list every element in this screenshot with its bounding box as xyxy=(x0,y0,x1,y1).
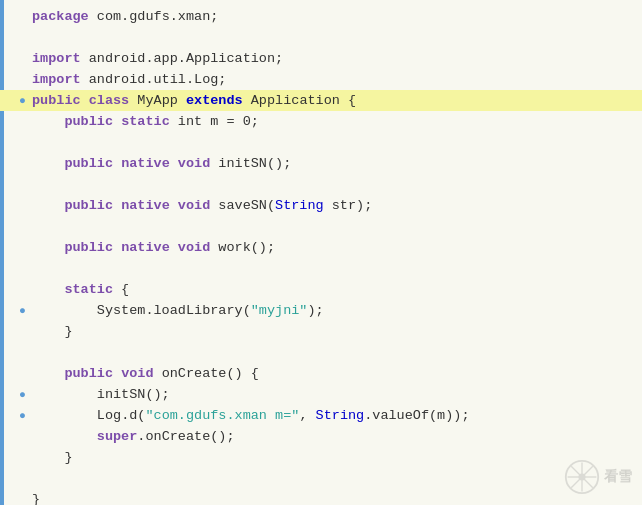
code-line xyxy=(0,258,642,279)
line-content: public native void initSN(); xyxy=(32,156,642,171)
line-content: } xyxy=(32,324,642,339)
code-line xyxy=(0,342,642,363)
line-content xyxy=(32,471,642,486)
line-content: System.loadLibrary("myjni"); xyxy=(32,303,642,318)
svg-point-5 xyxy=(578,473,585,480)
code-line: } xyxy=(0,447,642,468)
code-line: import android.app.Application; xyxy=(0,48,642,69)
code-line xyxy=(0,216,642,237)
code-line: } xyxy=(0,321,642,342)
code-line: public native void initSN(); xyxy=(0,153,642,174)
line-content: super.onCreate(); xyxy=(32,429,642,444)
code-line xyxy=(0,132,642,153)
line-content xyxy=(32,219,642,234)
line-content: initSN(); xyxy=(32,387,642,402)
line-content xyxy=(32,135,642,150)
watermark: 看雪 xyxy=(564,459,632,495)
line-content: public void onCreate() { xyxy=(32,366,642,381)
code-line xyxy=(0,468,642,489)
line-content: package com.gdufs.xman; xyxy=(32,9,642,24)
code-line: public native void work(); xyxy=(0,237,642,258)
line-number: ● xyxy=(4,304,26,317)
line-content: public native void work(); xyxy=(32,240,642,255)
code-line: static { xyxy=(0,279,642,300)
line-content: public native void saveSN(String str); xyxy=(32,198,642,213)
code-line: ● initSN(); xyxy=(0,384,642,405)
line-content xyxy=(32,177,642,192)
line-content: } xyxy=(32,492,642,505)
code-line: public void onCreate() { xyxy=(0,363,642,384)
line-content: static { xyxy=(32,282,642,297)
line-content xyxy=(32,30,642,45)
watermark-logo-icon xyxy=(564,459,600,495)
line-content xyxy=(32,345,642,360)
code-line: super.onCreate(); xyxy=(0,426,642,447)
code-line: } xyxy=(0,489,642,505)
code-line: package com.gdufs.xman; xyxy=(0,6,642,27)
code-line: ● System.loadLibrary("myjni"); xyxy=(0,300,642,321)
code-line: public static int m = 0; xyxy=(0,111,642,132)
line-content: import android.util.Log; xyxy=(32,72,642,87)
line-content: } xyxy=(32,450,642,465)
code-line: ● Log.d("com.gdufs.xman m=", String.valu… xyxy=(0,405,642,426)
code-editor: package com.gdufs.xman; import android.a… xyxy=(0,0,642,505)
line-number: ● xyxy=(4,388,26,401)
line-content xyxy=(32,261,642,276)
line-content: public static int m = 0; xyxy=(32,114,642,129)
line-content: import android.app.Application; xyxy=(32,51,642,66)
code-line: public native void saveSN(String str); xyxy=(0,195,642,216)
code-line: ●public class MyApp extends Application … xyxy=(0,90,642,111)
code-line xyxy=(0,174,642,195)
line-number: ● xyxy=(4,94,26,107)
code-line: import android.util.Log; xyxy=(0,69,642,90)
line-number: ● xyxy=(4,409,26,422)
code-line xyxy=(0,27,642,48)
watermark-text: 看雪 xyxy=(604,468,632,486)
line-content: Log.d("com.gdufs.xman m=", String.valueO… xyxy=(32,408,642,423)
line-content: public class MyApp extends Application { xyxy=(32,93,642,108)
